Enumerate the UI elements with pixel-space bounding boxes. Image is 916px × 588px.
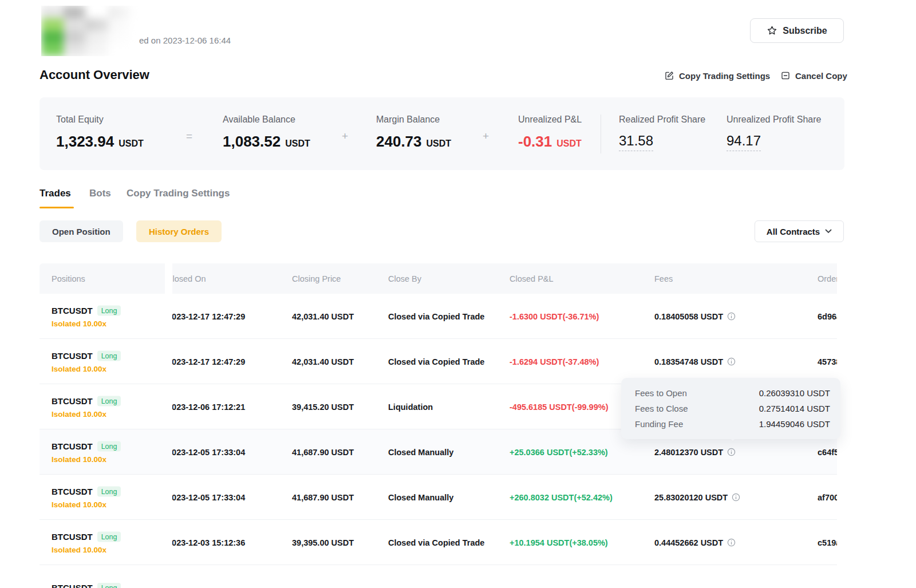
close-by-cell: Closed via Copied Trade: [388, 357, 484, 366]
fees-value: 25.83020120 USDT: [654, 493, 728, 502]
info-icon[interactable]: [732, 493, 740, 502]
tooltip-row: Fees to Open 0.26039310 USDT: [635, 385, 830, 401]
positions-cell: BTCUSDT Long Isolated 10.00x: [52, 305, 121, 327]
margin-leverage: Isolated 10.00x: [52, 545, 121, 554]
tooltip-arrow: [728, 436, 738, 441]
table-row[interactable]: BTCUSDT Long Isolated 10.00x 2023-12-03 …: [40, 520, 837, 565]
tooltip-label: Fees to Open: [635, 388, 687, 398]
position-pair: BTCUSDT: [52, 487, 93, 496]
side-badge: Long: [97, 350, 121, 361]
stat-label: Unrealized P&L: [518, 115, 582, 125]
plus-operator: +: [342, 130, 348, 143]
order-no-cell: c519ad60: [818, 538, 837, 547]
closing-price-cell: 41,687.90 USDT: [292, 448, 354, 457]
open-position-button[interactable]: Open Position: [40, 220, 123, 242]
closed-pnl: +25.0366 USDT(+52.33%): [510, 448, 608, 457]
close-by-cell: Liquidation: [388, 402, 433, 412]
copy-trading-settings-link[interactable]: Copy Trading Settings: [664, 70, 770, 81]
stat-unit: USDT: [556, 139, 582, 149]
closed-pnl: +10.1954 USDT(+38.05%): [510, 538, 608, 547]
minus-square-icon: [780, 70, 791, 81]
order-no-cell: 6d96ace6: [818, 312, 837, 321]
stats-divider: [601, 115, 601, 153]
row-scroll-cells: [172, 565, 837, 588]
fees-cell: 0.18354748 USDT: [654, 357, 736, 366]
account-stats-panel: Total Equity 1,323.94 USDT = Available B…: [40, 97, 844, 170]
table-row[interactable]: BTCUSDT Long Isolated 10.00x 2023-12-17 …: [40, 294, 837, 339]
column-header-closing-price: Closing Price: [292, 274, 341, 283]
profile-avatar-blurred: [41, 6, 153, 56]
stat-label: Total Equity: [56, 115, 144, 125]
positions-cell: BTCUSDT Long Isolated 10.00x: [52, 486, 121, 508]
info-icon[interactable]: [727, 538, 736, 547]
side-badge: Long: [97, 305, 121, 315]
closed-pnl: -495.6185 USDT(-99.99%): [510, 402, 608, 412]
stat-total-equity: Total Equity 1,323.94 USDT: [56, 115, 144, 151]
stat-value: -0.31: [518, 133, 552, 151]
side-badge: Long: [97, 396, 121, 406]
positions-cell: BTCUSDT Long Isolated 10.00x: [52, 531, 121, 554]
stat-value[interactable]: 31.58: [619, 133, 653, 151]
position-pair: BTCUSDT: [52, 532, 93, 542]
side-badge: Long: [97, 583, 121, 588]
tab-bots[interactable]: Bots: [89, 188, 111, 199]
avatar-fade: [41, 6, 153, 56]
stat-value: 1,083.52: [223, 133, 281, 151]
closed-on-cell: 2023-12-05 17:33:04: [172, 493, 245, 502]
tooltip-value: 0.27514014 USDT: [759, 404, 830, 413]
star-icon: [767, 25, 777, 36]
stat-unrealized-profit-share: Unrealized Profit Share 94.17: [727, 115, 821, 151]
stat-margin-balance: Margin Balance 240.73 USDT: [376, 115, 451, 151]
copy-trading-settings-label: Copy Trading Settings: [679, 71, 770, 81]
positions-cell: BTCUSDT Long Isolated 10.00x: [52, 441, 121, 463]
table-row[interactable]: BTCUSDT Long: [40, 565, 837, 588]
position-pair: BTCUSDT: [52, 583, 93, 588]
order-no-cell: c64f5314: [818, 448, 837, 457]
positions-cell: BTCUSDT Long Isolated 10.00x: [52, 396, 121, 418]
cancel-copy-label: Cancel Copy: [795, 71, 847, 81]
tab-copy-trading-settings[interactable]: Copy Trading Settings: [127, 188, 230, 199]
stat-value[interactable]: 94.17: [727, 133, 761, 151]
stat-unit: USDT: [119, 139, 144, 149]
positions-cell: BTCUSDT Long: [52, 583, 121, 588]
closing-price-cell: 41,687.90 USDT: [292, 493, 354, 502]
cancel-copy-link[interactable]: Cancel Copy: [780, 70, 847, 81]
tab-trades[interactable]: Trades: [40, 188, 71, 199]
created-on-text: ed on 2023-12-06 16:44: [139, 35, 231, 45]
closed-on-cell: 2023-12-17 12:47:29: [172, 312, 245, 321]
row-scroll-cells: 2023-12-03 15:12:36 39,395.00 USDT Close…: [172, 520, 837, 565]
column-header-positions: Positions: [52, 274, 85, 283]
info-icon[interactable]: [727, 448, 736, 456]
contracts-dropdown[interactable]: All Contracts: [755, 220, 844, 242]
subscribe-button[interactable]: Subscribe: [750, 18, 844, 43]
tooltip-row: Funding Fee 1.94459046 USDT: [635, 416, 830, 432]
closed-on-cell: 2023-12-03 15:12:36: [172, 538, 245, 547]
fees-breakdown-tooltip: Fees to Open 0.26039310 USDT Fees to Clo…: [621, 378, 840, 439]
closing-price-cell: 39,415.20 USDT: [292, 402, 354, 412]
row-scroll-cells: 2023-12-05 17:33:04 41,687.90 USDT Close…: [172, 475, 837, 520]
fees-cell: 25.83020120 USDT: [654, 493, 740, 502]
stat-label: Unrealized Profit Share: [727, 115, 821, 125]
info-icon[interactable]: [727, 357, 736, 366]
closing-price-cell: 42,031.40 USDT: [292, 312, 354, 321]
stat-value: 240.73: [376, 133, 422, 151]
close-by-cell: Closed Manually: [388, 448, 453, 457]
fees-cell: 2.48012370 USDT: [654, 448, 736, 457]
table-row[interactable]: BTCUSDT Long Isolated 10.00x 2023-12-05 …: [40, 475, 837, 520]
column-header-closed-on: Closed On: [172, 274, 206, 283]
margin-leverage: Isolated 10.00x: [52, 319, 121, 327]
column-header-closed-pnl: Closed P&L: [510, 274, 554, 283]
row-scroll-cells: 2023-12-17 12:47:29 42,031.40 USDT Close…: [172, 294, 837, 339]
history-orders-button[interactable]: History Orders: [136, 220, 222, 242]
contracts-dropdown-value: All Contracts: [767, 227, 820, 236]
column-header-close-by: Close By: [388, 274, 421, 283]
position-pair: BTCUSDT: [52, 396, 93, 406]
info-icon[interactable]: [727, 312, 736, 321]
fees-value: 0.18405058 USDT: [654, 312, 723, 321]
page-title: Account Overview: [40, 68, 149, 82]
stat-available-balance: Available Balance 1,083.52 USDT: [223, 115, 310, 151]
edit-icon: [664, 70, 674, 81]
fees-value: 2.48012370 USDT: [654, 448, 723, 457]
position-pair: BTCUSDT: [52, 351, 93, 361]
stat-unrealized-pnl: Unrealized P&L -0.31 USDT: [518, 115, 582, 151]
